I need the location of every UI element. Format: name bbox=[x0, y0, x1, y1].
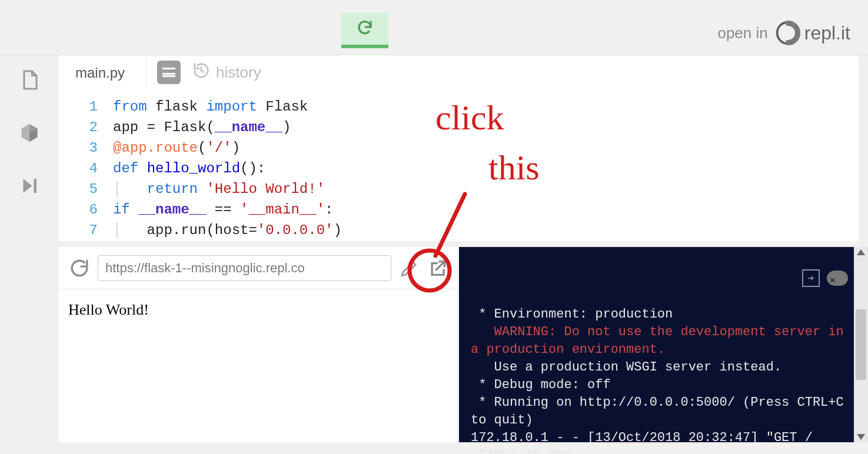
editor-tabs: main.py history bbox=[59, 55, 859, 89]
files-icon[interactable] bbox=[19, 69, 40, 91]
terminal-popout-icon[interactable] bbox=[802, 269, 820, 287]
run-button[interactable] bbox=[341, 13, 388, 48]
web-preview: Hello World! bbox=[59, 247, 459, 442]
open-in-replit-link[interactable]: open in repl.it bbox=[717, 20, 850, 46]
tab-main-py[interactable]: main.py bbox=[59, 55, 147, 89]
line-gutter: 1234567 bbox=[59, 89, 106, 241]
preview-urlbar bbox=[59, 247, 458, 289]
packages-icon[interactable] bbox=[19, 122, 40, 143]
scroll-up-icon[interactable] bbox=[857, 249, 865, 255]
replit-logo: repl.it bbox=[775, 20, 850, 46]
terminal[interactable]: * Environment: production WARNING: Do no… bbox=[459, 247, 859, 442]
format-button[interactable] bbox=[157, 61, 181, 84]
bottom-panels: Hello World! * Environment: production W… bbox=[59, 247, 859, 442]
top-bar: open in repl.it bbox=[0, 0, 868, 55]
scroll-down-icon[interactable] bbox=[857, 434, 865, 440]
preview-body: Hello World! bbox=[59, 289, 458, 442]
terminal-actions bbox=[802, 269, 848, 287]
history-icon bbox=[192, 62, 210, 84]
left-rail bbox=[0, 55, 59, 454]
code-editor[interactable]: 1234567 from flask import Flaskapp = Fla… bbox=[59, 89, 859, 241]
vertical-scrollbar[interactable] bbox=[854, 247, 868, 442]
svg-rect-1 bbox=[34, 179, 37, 193]
terminal-clear-icon[interactable] bbox=[827, 271, 848, 286]
open-in-new-icon[interactable] bbox=[428, 258, 448, 278]
reload-icon[interactable] bbox=[69, 258, 89, 278]
code-area[interactable]: from flask import Flaskapp = Flask(__nam… bbox=[106, 89, 342, 241]
run-last-icon[interactable] bbox=[19, 175, 40, 196]
preview-url-input[interactable] bbox=[98, 255, 391, 281]
history-button[interactable]: history bbox=[192, 62, 261, 84]
open-in-label: open in bbox=[717, 24, 767, 42]
scroll-thumb[interactable] bbox=[856, 309, 866, 380]
list-icon bbox=[162, 68, 175, 77]
refresh-icon bbox=[356, 19, 374, 39]
pencil-icon[interactable] bbox=[400, 258, 420, 278]
